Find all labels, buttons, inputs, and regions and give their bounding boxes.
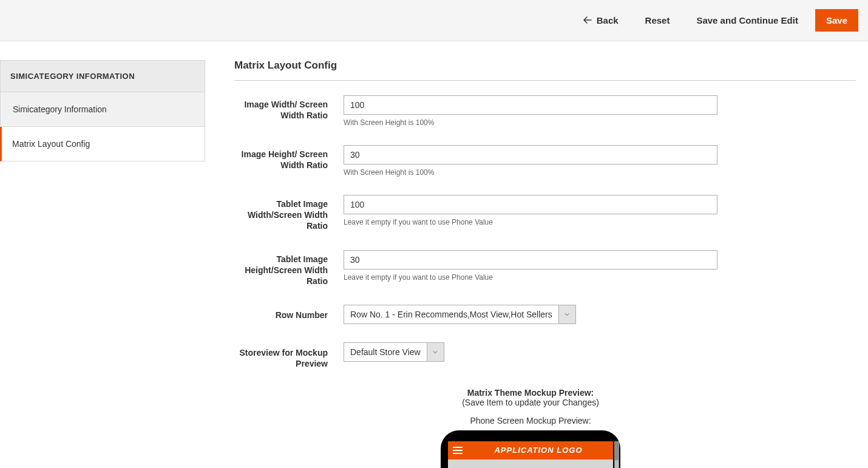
- mock-app-logo: APPLICATION LOGO: [469, 446, 608, 455]
- preview-phone-label: Phone Screen Mockup Preview:: [344, 416, 717, 426]
- chevron-down-icon: [427, 343, 444, 361]
- save-button[interactable]: Save: [815, 9, 858, 32]
- field-label: Tablet Image Height/Screen Width Ratio: [234, 250, 344, 287]
- section-title: Matrix Layout Config: [234, 59, 856, 81]
- preview-title: Matrix Theme Mockup Preview:: [344, 388, 717, 398]
- mock-scrollbar: [614, 441, 619, 469]
- sidebar-item-label: Matrix Layout Config: [12, 139, 90, 149]
- back-button[interactable]: Back: [574, 9, 628, 32]
- field-row-number: Row Number Row No. 1 - Erin Recommends,M…: [234, 305, 856, 324]
- sidebar-item-matrix-layout[interactable]: Matrix Layout Config: [0, 127, 205, 161]
- field-label: Image Width/ Screen Width Ratio: [234, 95, 344, 127]
- field-storeview: Storeview for Mockup Preview Default Sto…: [234, 342, 856, 369]
- field-image-width: Image Width/ Screen Width Ratio With Scr…: [234, 95, 856, 127]
- save-continue-button[interactable]: Save and Continue Edit: [687, 9, 808, 32]
- field-label: Storeview for Mockup Preview: [234, 342, 344, 369]
- field-label: Image Height/ Screen Width Ratio: [234, 145, 344, 177]
- phone-screen: APPLICATION LOGO: [448, 441, 613, 469]
- chevron-down-icon: [558, 305, 575, 324]
- field-label: Row Number: [234, 305, 344, 324]
- sidebar-title: SIMICATEGORY INFORMATION: [0, 60, 205, 92]
- field-tablet-width: Tablet Image Width/Screen Width Ratio Le…: [234, 195, 856, 232]
- sidebar-item-simicategory-info[interactable]: Simicategory Information: [0, 92, 205, 127]
- sidebar-item-label: Simicategory Information: [13, 104, 107, 114]
- mock-app-header: APPLICATION LOGO: [448, 441, 613, 460]
- select-value: Row No. 1 - Erin Recommends,Most View,Ho…: [344, 305, 558, 324]
- back-label: Back: [597, 15, 619, 25]
- field-note: With Screen Height is 100%: [344, 168, 841, 177]
- preview-section: Matrix Theme Mockup Preview: (Save Item …: [344, 388, 717, 469]
- tablet-height-input[interactable]: [344, 250, 717, 270]
- field-label: Tablet Image Width/Screen Width Ratio: [234, 195, 344, 232]
- preview-subtitle: (Save Item to update your Changes): [344, 398, 717, 407]
- storeview-select[interactable]: Default Store View: [344, 342, 444, 362]
- select-value: Default Store View: [344, 343, 427, 361]
- main-content: Matrix Layout Config Image Width/ Screen…: [205, 41, 868, 468]
- reset-button[interactable]: Reset: [636, 9, 680, 32]
- tablet-width-input[interactable]: [344, 195, 717, 214]
- field-image-height: Image Height/ Screen Width Ratio With Sc…: [234, 145, 856, 177]
- mock-scrollbar-thumb: [615, 442, 619, 460]
- image-width-input[interactable]: [344, 95, 717, 115]
- topbar: Back Reset Save and Continue Edit Save: [0, 0, 868, 41]
- hamburger-icon: [453, 447, 463, 454]
- field-note: With Screen Height is 100%: [344, 118, 841, 127]
- image-height-input[interactable]: [344, 145, 717, 164]
- field-note: Leave it empty if you want to use Phone …: [344, 218, 841, 226]
- sidebar: SIMICATEGORY INFORMATION Simicategory In…: [0, 60, 205, 468]
- phone-mockup: APPLICATION LOGO: [441, 430, 620, 469]
- arrow-left-icon: [583, 15, 592, 25]
- row-number-select[interactable]: Row No. 1 - Erin Recommends,Most View,Ho…: [344, 305, 576, 324]
- field-note: Leave it empty if you want to use Phone …: [344, 273, 841, 282]
- field-tablet-height: Tablet Image Height/Screen Width Ratio L…: [234, 250, 856, 287]
